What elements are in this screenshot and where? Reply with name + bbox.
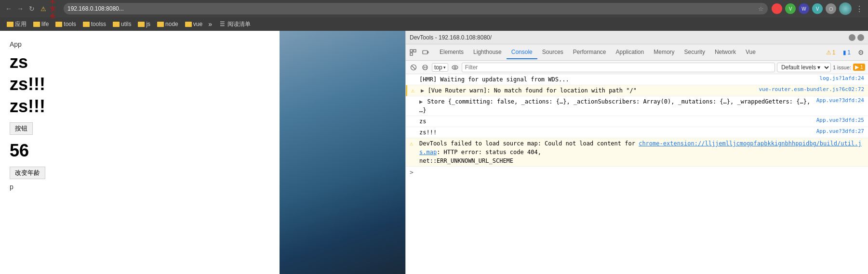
folder-icon bbox=[113, 22, 120, 27]
devtools-window-buttons bbox=[849, 34, 864, 41]
console-message: [HMR] Waiting for update signal from WDS… bbox=[419, 75, 814, 84]
folder-icon bbox=[33, 22, 40, 27]
button-按钮[interactable]: 按钮 bbox=[10, 122, 33, 135]
bookmark-label: js bbox=[146, 21, 150, 27]
console-message: ▶ Store {_committing: false, _actions: {… bbox=[419, 97, 811, 115]
svg-rect-1 bbox=[410, 50, 413, 52]
devtools-tabs: Elements Lighthouse Console Sources Perf… bbox=[406, 44, 868, 61]
console-filter-input[interactable] bbox=[462, 63, 775, 72]
devtools-error-badge[interactable]: ▮ 1 bbox=[840, 48, 854, 57]
devtools-settings-icon[interactable]: ⚙ bbox=[855, 47, 866, 58]
bookmarks-bar: 应用 life tools toolss utils js node vue bbox=[0, 17, 868, 31]
context-label: top bbox=[434, 64, 442, 71]
reload-button[interactable]: ↻ bbox=[27, 4, 37, 13]
security-warning: 不安全 bbox=[50, 4, 60, 13]
console-issue-badge[interactable]: 1 issue: ▶ 1 bbox=[833, 64, 865, 71]
tab-lighthouse[interactable]: Lighthouse bbox=[468, 46, 507, 59]
console-toolbar: top ▾ Default levels ▾ 1 issue: ▶ 1 bbox=[406, 61, 868, 74]
svg-point-8 bbox=[423, 65, 427, 70]
tab-security[interactable]: Security bbox=[680, 46, 710, 59]
bookmark-js[interactable]: js bbox=[135, 20, 153, 28]
menu-button[interactable]: ⋮ bbox=[855, 4, 864, 13]
tab-elements[interactable]: Elements bbox=[435, 46, 468, 59]
console-file-link[interactable]: App.vue?3dfd:25 bbox=[813, 117, 864, 123]
tab-application[interactable]: Application bbox=[611, 46, 649, 59]
issue-count-badge: ▶ 1 bbox=[853, 64, 865, 71]
console-message: zs!!! bbox=[419, 128, 811, 137]
devtools-minimize-button[interactable] bbox=[849, 34, 855, 41]
console-file-link[interactable]: vue-router.esm-bundler.js?6c02:72 bbox=[755, 86, 864, 92]
issue-count-label: 1 issue: bbox=[833, 65, 851, 70]
tab-network[interactable]: Network bbox=[710, 46, 741, 59]
console-eye-button[interactable] bbox=[450, 63, 460, 72]
warning-icon: ⚠ bbox=[411, 87, 419, 94]
ext-icon3[interactable]: V bbox=[812, 3, 823, 14]
console-pause-button[interactable] bbox=[420, 63, 430, 72]
url-text: 192.168.0.108:8080... bbox=[67, 5, 124, 12]
console-levels-select[interactable]: Default levels ▾ bbox=[777, 63, 831, 72]
console-line: ⚠ ▶ [Vue Router warn]: No match found fo… bbox=[406, 85, 868, 96]
source-map-link[interactable]: chrome-extension://lljjemlljcmogpfapbkki… bbox=[419, 140, 862, 156]
console-prompt[interactable]: > bbox=[410, 169, 414, 176]
chevron-down-icon: ▾ bbox=[443, 65, 446, 70]
profile-icon[interactable] bbox=[839, 2, 852, 15]
console-file-link[interactable]: App.vue?3dfd:27 bbox=[813, 128, 864, 134]
svg-point-0 bbox=[774, 6, 780, 12]
folder-icon bbox=[83, 22, 90, 27]
p-text: p bbox=[10, 183, 270, 191]
console-file-link[interactable]: App.vue?3dfd:24 bbox=[813, 97, 864, 104]
ext-icon1[interactable]: V bbox=[785, 3, 796, 14]
bookmark-toolss[interactable]: toolss bbox=[80, 20, 109, 28]
ext-icon2[interactable]: W bbox=[799, 3, 809, 14]
console-line: zs!!! App.vue?3dfd:27 bbox=[406, 127, 868, 138]
bookmark-life[interactable]: life bbox=[30, 20, 52, 28]
bookmark-label: node bbox=[165, 21, 178, 27]
reading-list-icon: ☰ bbox=[220, 21, 225, 27]
devtools-responsive-icon[interactable] bbox=[420, 47, 431, 58]
svg-rect-3 bbox=[410, 53, 413, 55]
bookmark-node[interactable]: node bbox=[154, 20, 181, 28]
bookmark-star[interactable]: ☆ bbox=[758, 5, 764, 13]
bookmark-label: toolss bbox=[91, 21, 106, 27]
nav-buttons: ← → ↻ ⚠ 不安全 bbox=[4, 4, 60, 13]
bookmark-label: utils bbox=[121, 21, 131, 27]
browser-toolbar: ← → ↻ ⚠ 不安全 192.168.0.108:8080... ☆ V W … bbox=[0, 0, 868, 17]
console-message: DevTools failed to load source map: Coul… bbox=[419, 139, 864, 165]
tab-console[interactable]: Console bbox=[507, 46, 537, 59]
bookmark-应用[interactable]: 应用 bbox=[4, 19, 29, 29]
tab-performance[interactable]: Performance bbox=[568, 46, 611, 59]
bookmark-label: life bbox=[41, 21, 49, 27]
error-icon: ▮ bbox=[843, 49, 846, 56]
expand-arrow[interactable]: ▶ bbox=[419, 98, 423, 105]
svg-point-11 bbox=[452, 65, 458, 69]
console-clear-button[interactable] bbox=[409, 63, 418, 72]
console-context-selector[interactable]: top ▾ bbox=[432, 63, 448, 72]
console-line: ⚠ DevTools failed to load source map: Co… bbox=[406, 138, 868, 167]
forward-button[interactable]: → bbox=[15, 4, 25, 13]
bookmark-阅读清单[interactable]: ☰ 阅读清单 bbox=[217, 19, 254, 29]
error-count: 1 bbox=[847, 49, 851, 56]
bookmark-vue[interactable]: vue bbox=[182, 20, 205, 28]
address-bar[interactable]: 192.168.0.108:8080... ☆ bbox=[64, 3, 768, 14]
tab-vue[interactable]: Vue bbox=[741, 46, 761, 59]
tab-sources[interactable]: Sources bbox=[537, 46, 568, 59]
console-line: ▶ Store {_committing: false, _actions: {… bbox=[406, 96, 868, 116]
bookmarks-more-button[interactable]: » bbox=[206, 19, 214, 29]
bookmark-utils[interactable]: utils bbox=[110, 20, 134, 28]
warning-icon: ⚠ bbox=[826, 49, 831, 56]
ext-icon4[interactable]: ⬡ bbox=[826, 3, 836, 14]
devtools-close-button[interactable] bbox=[857, 34, 864, 41]
console-file-link[interactable]: log.js?1afd:24 bbox=[815, 75, 864, 81]
button-改变年龄[interactable]: 改变年龄 bbox=[10, 167, 45, 179]
tab-memory[interactable]: Memory bbox=[649, 46, 679, 59]
svg-rect-5 bbox=[427, 52, 428, 53]
svg-point-12 bbox=[454, 66, 456, 68]
devtools-warning-badge[interactable]: ⚠ 1 bbox=[823, 48, 839, 57]
back-button[interactable]: ← bbox=[4, 4, 13, 13]
chrome-icon[interactable] bbox=[772, 3, 782, 14]
zs-exclaim2: zs!!! bbox=[10, 96, 270, 117]
folder-icon bbox=[157, 22, 164, 27]
devtools-inspect-icon[interactable] bbox=[408, 47, 418, 58]
expand-arrow[interactable]: ▶ bbox=[421, 87, 424, 94]
bookmark-tools[interactable]: tools bbox=[53, 20, 79, 28]
